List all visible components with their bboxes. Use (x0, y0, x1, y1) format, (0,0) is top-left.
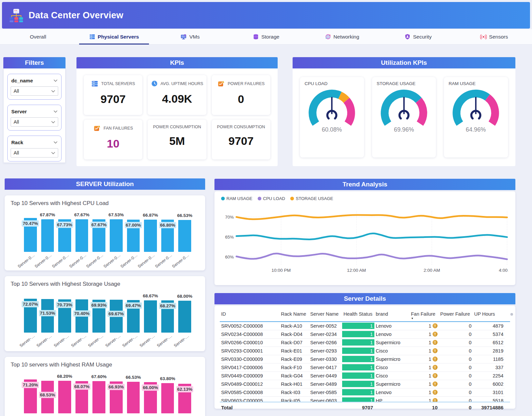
tab-networking[interactable]: Networking (304, 29, 380, 44)
bar-column[interactable]: 68.20%Server-… (58, 371, 71, 413)
cell-health-status: 1 (342, 364, 374, 372)
bar-column[interactable]: 72.07%Server-… (24, 290, 37, 333)
table-row[interactable]: SRV0266-C000010Rack-D07Server-02661Super… (220, 339, 510, 347)
column-header-brand[interactable]: brand (374, 309, 410, 321)
table-scrollbar-thumb[interactable] (510, 313, 513, 316)
kpi-card-power-consumption: POWER CONSUMPTION9707 (212, 120, 270, 159)
bar-column[interactable]: 69.93%Server-… (92, 290, 105, 333)
bar[interactable] (144, 300, 157, 333)
gauge-title: CPU LOAD (305, 81, 361, 86)
cell-fan-failure: 1! (410, 355, 439, 364)
bar-column[interactable]: 70.40%Server-… (75, 290, 88, 333)
column-header-up-hours[interactable]: UP Hours (473, 309, 505, 321)
bar-category-label: Server-… (36, 334, 53, 348)
bar-column[interactable]: 66.80%Server-0… (161, 209, 174, 252)
column-header-label: brand (376, 311, 388, 317)
cell-server-name: Server-0489 (309, 380, 342, 388)
bar[interactable] (58, 381, 71, 413)
bar[interactable] (41, 219, 54, 252)
cell-brand: Cisco (374, 364, 410, 372)
column-header-server-name[interactable]: Server Name (309, 309, 342, 321)
table-row[interactable]: SRV0603-C000005Rack-I05Server-06031HP1!0… (220, 397, 510, 402)
bar-column[interactable]: 69.47%Server-… (127, 290, 140, 333)
bar-column[interactable]: 70.47%Server-0… (24, 209, 37, 252)
bar-column[interactable]: 68.53%Server-… (41, 371, 54, 413)
bar-column[interactable]: 62.13%Server-… (178, 371, 191, 413)
tab-overall[interactable]: Overall (0, 29, 76, 44)
bar-column[interactable]: 67.73%Server-0… (58, 209, 71, 252)
tab-security[interactable]: Security (380, 29, 456, 44)
chevron-down-icon (51, 152, 55, 154)
tab-vms[interactable]: VMs (152, 29, 228, 44)
table-row[interactable]: SRV0293-C000001Rack-E01Server-02931Cisco… (220, 347, 510, 355)
bar[interactable] (110, 219, 123, 252)
bar-data-label: 70.47% (22, 220, 39, 227)
bar[interactable] (178, 301, 191, 333)
bar-column[interactable]: 67.67%Server-0… (92, 209, 105, 252)
bar-column[interactable]: 66.00%Server-… (144, 371, 157, 413)
column-header-id[interactable]: ID (220, 309, 280, 321)
bar[interactable] (161, 383, 174, 413)
bar-column[interactable]: 67.67%Server-0… (75, 209, 88, 252)
tab-label: Networking (333, 34, 359, 40)
legend-item-cpu-load[interactable]: CPU LOAD (258, 196, 285, 201)
bar[interactable] (75, 219, 88, 252)
bar-column[interactable]: 66.87%Server-0… (144, 209, 157, 252)
cell-fan-failure: 1! (410, 397, 439, 402)
chevron-down-icon[interactable] (54, 141, 58, 144)
security-icon (404, 34, 411, 40)
bar-column[interactable]: 67.60%Server-… (92, 371, 105, 413)
bar-column[interactable]: 67.53%Server-0… (110, 209, 123, 252)
column-header-rack-name[interactable]: Rack Name (280, 309, 309, 321)
table-row[interactable]: SRV0417-C000006Rack-F10Server-04171Cisco… (220, 364, 510, 372)
column-header-power-failure[interactable]: Power Failure (439, 309, 473, 321)
column-header-fan-failure[interactable]: Fan Failure▼ (410, 309, 439, 321)
bar-column[interactable]: 66.53%Server-… (127, 371, 140, 413)
table-row[interactable]: SRV0052-C000008Rack-A10Server-00521Lenov… (220, 322, 510, 330)
tab-sensors[interactable]: Sensors (456, 29, 532, 44)
bar[interactable] (144, 220, 157, 252)
table-row[interactable]: SRV0489-C000012Rack-H01Server-04891Super… (220, 380, 510, 388)
cell-id: SRV0603-C000005 (220, 397, 280, 402)
bar-column[interactable]: 63.80%Server-… (161, 371, 174, 413)
gauge-row: CPU LOAD60.08%STORAGE USAGE69.96%RAM USA… (293, 68, 515, 166)
bar-column[interactable]: 66.93%Server-… (110, 371, 123, 413)
filter-field-header: Rack (11, 139, 58, 148)
table-row[interactable]: SRV0585-C000008Rack-I03Server-05851Lenov… (220, 388, 510, 397)
bar-category-label: Server-… (122, 334, 139, 348)
table-row[interactable]: SRV0330-C000009Rack-E09Server-03301Super… (220, 355, 510, 364)
trend-line-ram-usage[interactable] (236, 233, 507, 239)
bar-column[interactable]: 71.20%Server-… (24, 371, 37, 413)
filter-value-dropdown[interactable]: All (11, 117, 58, 127)
legend-item-ram-usage[interactable]: RAM USAGE (221, 196, 252, 201)
bar-column[interactable]: 67.00%Server-0… (127, 209, 140, 252)
network-icon (325, 34, 331, 40)
bar-column[interactable]: 69.67%Server-… (110, 290, 123, 333)
table-total-row: Total970710039714886 (220, 402, 510, 413)
tab-storage[interactable]: Storage (228, 29, 304, 44)
bar-column[interactable]: 68.67%Server-… (144, 290, 157, 333)
table-row[interactable]: SRV0449-C000009Rack-G04Server-04491Cisco… (220, 372, 510, 380)
chevron-down-icon[interactable] (54, 110, 58, 113)
bar-column[interactable]: 68.00%Server-… (178, 290, 191, 333)
chevron-down-icon[interactable] (54, 79, 58, 82)
bar-column[interactable]: 70.73%Server-… (58, 290, 71, 333)
bar-column[interactable]: 68.27%Server-… (161, 290, 174, 333)
bar-column[interactable]: 67.87%Server-0… (41, 209, 54, 252)
trend-line-cpu-load[interactable] (236, 254, 507, 259)
health-status-bar: 1 (342, 323, 374, 329)
filter-value-dropdown[interactable]: All (11, 86, 58, 96)
legend-item-storage-usage[interactable]: STORAGE USAGE (290, 196, 333, 201)
bar[interactable] (127, 382, 140, 413)
table-row[interactable]: SRV0234-C000008Rack-D04Server-02341Lenov… (220, 330, 510, 339)
bar[interactable] (178, 220, 191, 252)
trend-line-storage-usage[interactable] (236, 215, 507, 219)
bar-column[interactable]: 68.07%Server-… (75, 371, 88, 413)
bar[interactable] (92, 381, 105, 413)
tab-physical-servers[interactable]: Physical Servers (76, 29, 152, 44)
column-header-health-status[interactable]: Health Status (342, 309, 374, 321)
bar-column[interactable]: 66.53%Server-0… (178, 209, 191, 252)
bar-column[interactable]: 71.53%Server-… (41, 290, 54, 333)
tab-label: VMs (189, 34, 200, 40)
filter-value-dropdown[interactable]: All (11, 148, 58, 157)
